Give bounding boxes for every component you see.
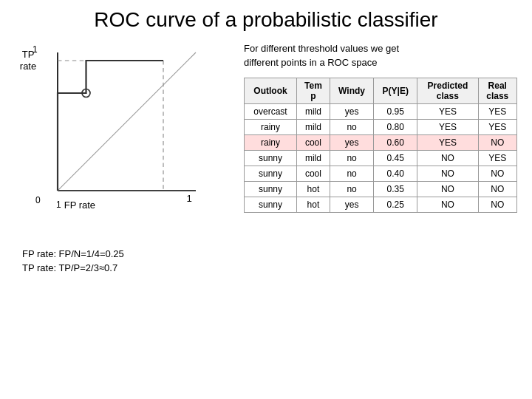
table-cell: 0.25 bbox=[374, 197, 417, 212]
table-cell: yes bbox=[330, 134, 374, 150]
col-outlook: Outlook bbox=[245, 78, 297, 103]
table-cell: NO bbox=[478, 166, 516, 181]
right-panel: For different threshold values we get di… bbox=[244, 37, 517, 392]
table-row: sunnycoolno0.40NONO bbox=[245, 166, 517, 181]
table-row: sunnyhotno0.35NONO bbox=[245, 181, 517, 197]
col-real: Realclass bbox=[478, 78, 516, 103]
table-cell: NO bbox=[478, 134, 516, 150]
x-axis-label: FP rate bbox=[64, 200, 95, 211]
table-cell: no bbox=[330, 166, 374, 181]
table-cell: yes bbox=[330, 197, 374, 212]
tp-rate-label: TP rate: TP/P=2/3≈0.7 bbox=[22, 262, 236, 273]
table-cell: 0.95 bbox=[374, 103, 417, 119]
table-cell: mild bbox=[297, 119, 330, 134]
table-cell: 0.60 bbox=[374, 134, 417, 150]
table-cell: sunny bbox=[245, 166, 297, 181]
table-cell: YES bbox=[417, 134, 478, 150]
page: ROC curve of a probabilistic classifier … bbox=[0, 0, 532, 399]
table-cell: NO bbox=[478, 197, 516, 212]
table-cell: sunny bbox=[245, 181, 297, 197]
left-panel: TPrate 1 0 bbox=[15, 37, 236, 392]
table-cell: NO bbox=[478, 181, 516, 197]
svg-line-4 bbox=[58, 52, 196, 191]
table-cell: cool bbox=[297, 134, 330, 150]
table-cell: NO bbox=[417, 197, 478, 212]
table-cell: 0.35 bbox=[374, 181, 417, 197]
table-cell: hot bbox=[297, 197, 330, 212]
svg-text:1: 1 bbox=[187, 193, 192, 204]
table-cell: no bbox=[330, 181, 374, 197]
table-cell: no bbox=[330, 119, 374, 134]
table-cell: sunny bbox=[245, 150, 297, 166]
table-row: rainymildno0.80YESYES bbox=[245, 119, 517, 134]
data-table: Outlook Temp Windy P(Y|E) Predictedclass… bbox=[244, 78, 517, 213]
table-cell: no bbox=[330, 150, 374, 166]
table-cell: NO bbox=[417, 166, 478, 181]
table-cell: rainy bbox=[245, 134, 297, 150]
table-row: rainycoolyes0.60YESNO bbox=[245, 134, 517, 150]
table-cell: YES bbox=[417, 103, 478, 119]
table-row: sunnymildno0.45NOYES bbox=[245, 150, 517, 166]
table-cell: YES bbox=[478, 119, 516, 134]
table-row: overcastmildyes0.95YESYES bbox=[245, 103, 517, 119]
content-area: TPrate 1 0 bbox=[15, 37, 517, 392]
page-title: ROC curve of a probabilistic classifier bbox=[15, 7, 517, 33]
table-row: sunnyhotyes0.25NONO bbox=[245, 197, 517, 212]
info-text: For different threshold values we get di… bbox=[244, 41, 517, 70]
col-windy: Windy bbox=[330, 78, 374, 103]
table-cell: YES bbox=[417, 119, 478, 134]
bottom-labels: FP rate: FP/N=1/4=0.25 TP rate: TP/P=2/3… bbox=[22, 248, 236, 276]
table-cell: overcast bbox=[245, 103, 297, 119]
table-cell: yes bbox=[330, 103, 374, 119]
table-cell: rainy bbox=[245, 119, 297, 134]
fp-rate-label: FP rate: FP/N=1/4=0.25 bbox=[22, 248, 236, 259]
table-cell: 0.45 bbox=[374, 150, 417, 166]
col-prob: P(Y|E) bbox=[374, 78, 417, 103]
table-cell: NO bbox=[417, 150, 478, 166]
table-cell: cool bbox=[297, 166, 330, 181]
y-bottom-label: 0 bbox=[35, 195, 41, 205]
roc-chart: 1 bbox=[41, 44, 204, 207]
table-cell: NO bbox=[417, 181, 478, 197]
table-cell: 0.80 bbox=[374, 119, 417, 134]
col-predicted: Predictedclass bbox=[417, 78, 478, 103]
y-top-label: 1 bbox=[33, 44, 38, 55]
table-cell: mild bbox=[297, 150, 330, 166]
col-temp: Temp bbox=[297, 78, 330, 103]
table-cell: sunny bbox=[245, 197, 297, 212]
table-cell: hot bbox=[297, 181, 330, 197]
table-cell: YES bbox=[478, 150, 516, 166]
table-cell: 0.40 bbox=[374, 166, 417, 181]
x-fp-number: 1 bbox=[56, 200, 61, 210]
table-cell: YES bbox=[478, 103, 516, 119]
table-cell: mild bbox=[297, 103, 330, 119]
